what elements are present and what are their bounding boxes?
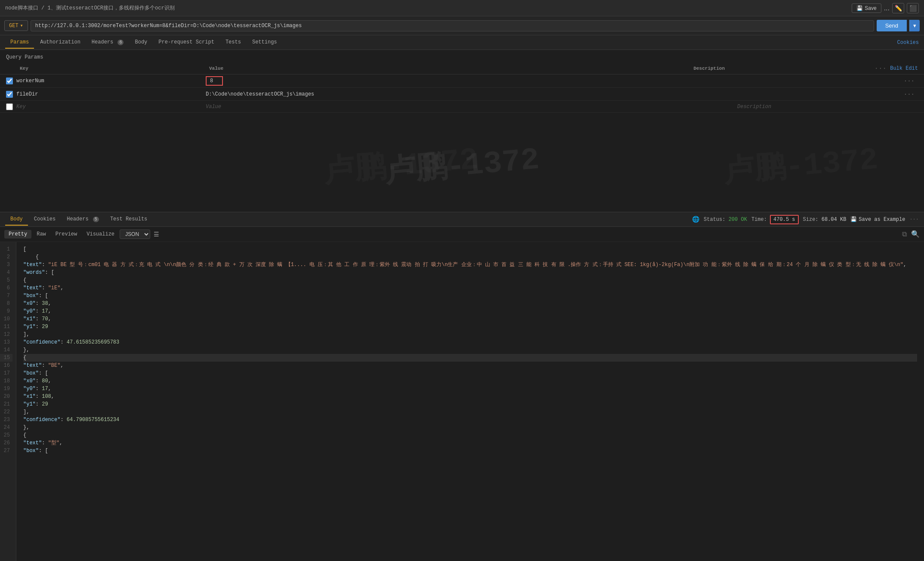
bulk-edit-button[interactable]: Bulk Edit bbox=[890, 65, 918, 71]
params-column-headers: Key Value Description ··· Bulk Edit bbox=[0, 63, 924, 74]
tab-settings[interactable]: Settings bbox=[247, 37, 282, 49]
tab-params[interactable]: Params bbox=[5, 37, 34, 49]
size-display: Size: 68.04 KB bbox=[803, 217, 847, 223]
code-line-1: [ bbox=[23, 245, 917, 253]
edit-icon-button[interactable]: ✏️ bbox=[892, 3, 904, 13]
col-value-header: Value bbox=[209, 66, 693, 71]
save-example-button[interactable]: 💾 Save as Example bbox=[850, 216, 905, 223]
param-workernum-more[interactable]: ··· bbox=[904, 77, 915, 84]
tab-test-results[interactable]: Test Results bbox=[105, 214, 152, 226]
save-icon: 💾 bbox=[856, 5, 863, 11]
code-line-14: }, bbox=[23, 346, 917, 354]
code-line-17: "box": [ bbox=[23, 369, 917, 377]
code-line-3: "text": "iE BE 型 号：cm01 电 器 方 式：充 电 式 \n… bbox=[23, 261, 917, 269]
globe-icon: 🌐 bbox=[692, 216, 699, 223]
param-workernum-key: workerNum bbox=[16, 78, 206, 84]
param-filedir-more[interactable]: ··· bbox=[904, 91, 915, 98]
watermark-area: 卢鹏-1372 卢鹏-1372 卢鹏-1372 bbox=[0, 117, 924, 212]
param-empty-desc: Description bbox=[737, 104, 918, 110]
code-line-26: "text": "型", bbox=[23, 439, 917, 447]
param-filedir-value-text[interactable]: D:\Code\node\tesseractOCR_js\images bbox=[206, 91, 314, 97]
status-label: Status: 200 OK bbox=[704, 217, 747, 223]
request-tabs-bar: Params Authorization Headers 6 Body Pre-… bbox=[0, 35, 924, 50]
query-params-title: Query Params bbox=[6, 54, 43, 60]
code-line-18: "x0": 80, bbox=[23, 377, 917, 385]
format-tab-visualize[interactable]: Visualize bbox=[82, 230, 119, 239]
param-row-filedir: fileDir D:\Code\node\tesseractOCR_js\ima… bbox=[0, 88, 924, 101]
search-icon[interactable]: 🔍 bbox=[911, 230, 920, 239]
send-dropdown-button[interactable]: ▾ bbox=[909, 20, 920, 31]
time-value: 470.5 s bbox=[770, 215, 798, 224]
watermark-text-3: 卢鹏-1372 bbox=[721, 137, 879, 192]
tab-pre-request[interactable]: Pre-request Script bbox=[153, 37, 219, 49]
response-tabs-bar: Body Cookies Headers 5 Test Results 🌐 St… bbox=[0, 212, 924, 227]
tab-headers[interactable]: Headers 6 bbox=[87, 37, 129, 49]
param-empty-checkbox[interactable] bbox=[6, 103, 13, 110]
code-line-16: "text": "BE", bbox=[23, 362, 917, 369]
request-tabs: Params Authorization Headers 6 Body Pre-… bbox=[5, 37, 282, 49]
param-filedir-checkbox[interactable] bbox=[6, 91, 13, 98]
code-line-21: "y1": 29 bbox=[23, 400, 917, 408]
code-line-13: "confidence": 47.61585235695783 bbox=[23, 338, 917, 346]
code-line-22: ], bbox=[23, 408, 917, 416]
more-button[interactable]: ... bbox=[884, 4, 890, 12]
code-line-20: "x1": 108, bbox=[23, 393, 917, 400]
method-chevron-icon: ▾ bbox=[20, 22, 23, 29]
tab-authorization[interactable]: Authorization bbox=[35, 37, 86, 49]
tab-response-cookies[interactable]: Cookies bbox=[29, 214, 61, 226]
top-bar-actions: 💾 Save ... ✏️ ⬛ bbox=[852, 3, 919, 13]
query-params-section: Query Params Key Value Description ··· B… bbox=[0, 50, 924, 117]
format-tab-preview[interactable]: Preview bbox=[51, 230, 81, 239]
param-row-empty: Key Value Description bbox=[0, 101, 924, 113]
tab-tests[interactable]: Tests bbox=[220, 37, 246, 49]
param-workernum-value: 8 bbox=[206, 76, 723, 86]
save-icon: 💾 bbox=[850, 216, 857, 223]
format-select[interactable]: JSON XML HTML Text bbox=[120, 229, 150, 239]
format-tab-pretty[interactable]: Pretty bbox=[4, 230, 31, 239]
method-select[interactable]: GET ▾ bbox=[4, 20, 28, 31]
param-filedir-value: D:\Code\node\tesseractOCR_js\images bbox=[206, 91, 723, 97]
code-content: [ { "text": "iE BE 型 号：cm01 电 器 方 式：充 电 … bbox=[16, 242, 924, 561]
code-line-8: "x0": 38, bbox=[23, 300, 917, 307]
top-bar: node脚本接口 / 1、测试tesseractOCR接口，多线程操作多个ocr… bbox=[0, 0, 924, 16]
copy-icon[interactable]: ⧉ bbox=[902, 230, 907, 239]
code-line-9: "y0": 17, bbox=[23, 307, 917, 315]
format-list-icon[interactable]: ☰ bbox=[154, 231, 159, 238]
tab-body[interactable]: Body bbox=[130, 37, 152, 49]
send-button[interactable]: Send bbox=[877, 20, 907, 31]
method-label: GET bbox=[9, 23, 19, 29]
status-value: 200 OK bbox=[729, 217, 747, 223]
params-more-icon[interactable]: ··· bbox=[874, 65, 887, 72]
code-line-19: "y0": 17, bbox=[23, 385, 917, 393]
code-line-7: "box": [ bbox=[23, 292, 917, 300]
code-line-27: "box": [ bbox=[23, 447, 917, 455]
format-tab-raw[interactable]: Raw bbox=[32, 230, 50, 239]
breadcrumb-text: node脚本接口 / 1、测试tesseractOCR接口，多线程操作多个ocr… bbox=[5, 4, 175, 12]
time-display: Time: 470.5 s bbox=[751, 217, 799, 223]
col-key-header: Key bbox=[20, 66, 209, 71]
url-input[interactable] bbox=[31, 20, 874, 31]
param-empty-value: Value bbox=[206, 104, 737, 110]
code-line-11: "y1": 29 bbox=[23, 323, 917, 331]
tab-response-headers[interactable]: Headers 5 bbox=[62, 214, 104, 226]
param-empty-key: Key bbox=[16, 104, 206, 110]
code-icon-button[interactable]: ⬛ bbox=[907, 3, 919, 13]
format-tabs: Pretty Raw Preview Visualize JSON XML HT… bbox=[0, 227, 924, 242]
param-workernum-value-text[interactable]: 8 bbox=[206, 76, 223, 86]
url-bar: GET ▾ Send ▾ bbox=[0, 16, 924, 35]
save-button[interactable]: 💾 Save bbox=[852, 3, 881, 13]
cookies-link[interactable]: Cookies bbox=[897, 40, 919, 46]
response-meta: 🌐 Status: 200 OK Time: 470.5 s Size: 68.… bbox=[692, 216, 919, 223]
code-line-12: ], bbox=[23, 331, 917, 338]
col-desc-header: Description bbox=[693, 66, 874, 71]
size-value: 68.04 KB bbox=[822, 217, 847, 223]
param-workernum-checkbox[interactable] bbox=[6, 77, 13, 84]
line-numbers: 12345 678910 11121314 15 1617181920 2122… bbox=[0, 242, 16, 561]
param-row-workernum: workerNum 8 ··· bbox=[0, 74, 924, 88]
tab-response-body[interactable]: Body bbox=[5, 214, 28, 226]
response-more-icon[interactable]: ··· bbox=[909, 217, 919, 223]
breadcrumb: node脚本接口 / 1、测试tesseractOCR接口，多线程操作多个ocr… bbox=[5, 4, 175, 12]
response-tabs: Body Cookies Headers 5 Test Results bbox=[5, 214, 152, 226]
response-section: Body Cookies Headers 5 Test Results 🌐 St… bbox=[0, 212, 924, 561]
code-line-10: "x1": 70, bbox=[23, 315, 917, 323]
